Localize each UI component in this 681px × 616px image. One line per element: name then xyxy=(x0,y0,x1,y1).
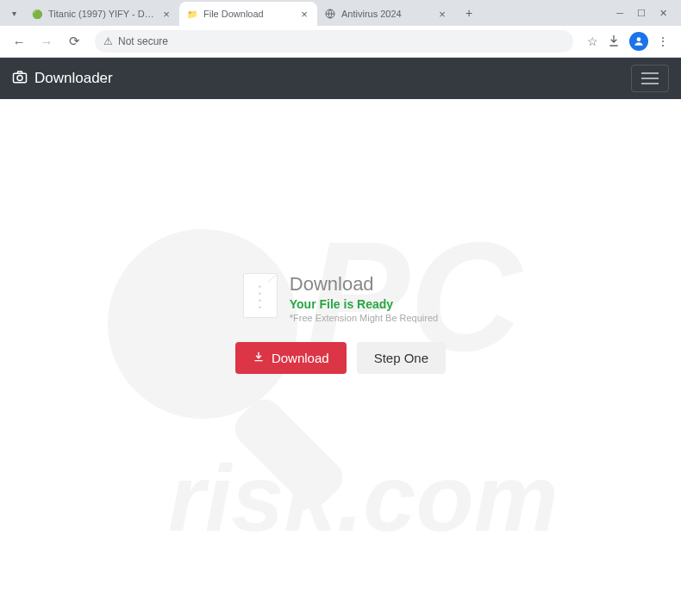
brand-text: Downloader xyxy=(34,70,113,87)
tab-title: Antivirus 2024 xyxy=(341,9,433,19)
bookmark-star-icon[interactable]: ☆ xyxy=(587,34,598,48)
close-icon[interactable]: ✕ xyxy=(659,8,667,19)
download-button-label: Download xyxy=(272,351,329,365)
tab-close-icon[interactable]: × xyxy=(436,8,448,20)
svg-point-1 xyxy=(637,37,641,41)
tab-title: Titanic (1997) YIFY - Download xyxy=(48,9,157,19)
browser-tab-active[interactable]: 📁 File Download × xyxy=(179,2,317,26)
page-header: Downloader xyxy=(0,58,681,99)
card-subtitle: Your File is Ready xyxy=(290,297,438,311)
tab-close-icon[interactable]: × xyxy=(298,8,310,20)
maximize-icon[interactable]: ☐ xyxy=(637,8,646,19)
minimize-icon[interactable]: ─ xyxy=(616,8,623,19)
toolbar-actions: ☆ ⋮ xyxy=(582,32,674,51)
browser-chrome: ▾ 🟢 Titanic (1997) YIFY - Download × 📁 F… xyxy=(0,0,681,58)
window-controls: ─ ☐ ✕ xyxy=(616,8,678,19)
browser-tab[interactable]: Antivirus 2024 × xyxy=(317,2,455,26)
svg-text:risk.com: risk.com xyxy=(168,445,558,551)
menu-dots-icon[interactable]: ⋮ xyxy=(657,34,669,48)
reload-button[interactable]: ⟳ xyxy=(62,29,86,53)
card-text-block: Download Your File is Ready *Free Extens… xyxy=(290,273,438,323)
download-button[interactable]: Download xyxy=(235,342,347,374)
card-note: *Free Extension Might Be Required xyxy=(290,313,438,323)
globe-icon xyxy=(324,8,336,20)
address-bar[interactable]: ⚠ Not secure xyxy=(95,30,573,53)
favicon-icon: 📁 xyxy=(186,8,198,20)
hamburger-icon xyxy=(641,72,659,84)
svg-rect-5 xyxy=(228,392,349,513)
content-area: risk.com PC ▪▪▪▪ Download Your File is R… xyxy=(0,99,681,616)
card-title: Download xyxy=(290,273,438,296)
download-arrow-icon xyxy=(253,351,265,365)
tab-strip: ▾ 🟢 Titanic (1997) YIFY - Download × 📁 F… xyxy=(0,0,681,26)
security-label: Not secure xyxy=(118,35,168,47)
step-one-button[interactable]: Step One xyxy=(357,342,446,374)
step-button-label: Step One xyxy=(374,351,428,365)
tab-close-icon[interactable]: × xyxy=(160,8,172,20)
download-card: ▪▪▪▪ Download Your File is Ready *Free E… xyxy=(235,273,446,374)
tab-title: File Download xyxy=(203,9,295,19)
not-secure-icon: ⚠ xyxy=(103,35,113,47)
card-header: ▪▪▪▪ Download Your File is Ready *Free E… xyxy=(235,273,446,323)
favicon-icon: 🟢 xyxy=(31,8,43,20)
forward-button[interactable]: → xyxy=(34,29,59,53)
file-zip-icon: ▪▪▪▪ xyxy=(243,273,278,318)
brand[interactable]: Downloader xyxy=(12,69,113,88)
new-tab-button[interactable]: + xyxy=(459,3,479,23)
svg-rect-8 xyxy=(254,360,262,361)
downloads-icon[interactable] xyxy=(607,34,621,50)
camera-icon xyxy=(12,69,28,88)
browser-tab[interactable]: 🟢 Titanic (1997) YIFY - Download × xyxy=(24,2,179,26)
tab-search-dropdown[interactable]: ▾ xyxy=(3,3,24,23)
button-row: Download Step One xyxy=(235,342,446,374)
back-button[interactable]: ← xyxy=(7,29,31,53)
svg-point-3 xyxy=(17,76,22,81)
browser-toolbar: ← → ⟳ ⚠ Not secure ☆ ⋮ xyxy=(0,26,681,57)
profile-avatar-icon[interactable] xyxy=(629,32,648,51)
hamburger-menu-button[interactable] xyxy=(631,65,669,92)
